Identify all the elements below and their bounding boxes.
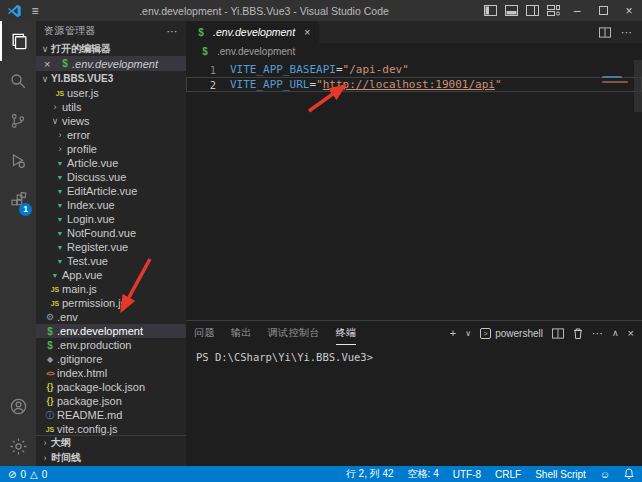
error-count: 0 xyxy=(20,469,26,480)
new-terminal-icon[interactable]: + xyxy=(450,327,456,339)
status-item[interactable]: CRLF xyxy=(495,469,521,480)
panel-tab-item[interactable]: 输出 xyxy=(231,321,252,345)
js-icon: JS xyxy=(48,286,62,293)
file-label: Login.vue xyxy=(67,213,115,225)
vue-icon: ▼ xyxy=(53,258,67,265)
terminal-profile[interactable]: > powershell xyxy=(480,328,543,339)
tree-item-env[interactable]: ⚙.env xyxy=(36,310,186,324)
status-item[interactable]: Shell Script xyxy=(535,469,586,480)
extensions-badge: 1 xyxy=(19,203,32,216)
customize-layout-icon[interactable] xyxy=(543,0,564,21)
file-label: Article.vue xyxy=(67,157,118,169)
menu-icon[interactable]: ≡ xyxy=(22,4,48,18)
tree-item-error[interactable]: ›error xyxy=(36,128,186,142)
tree-item-editarticle-vue[interactable]: ▼EditArticle.vue xyxy=(36,184,186,198)
shell-file-icon: $ xyxy=(198,46,212,57)
tree-item-article-vue[interactable]: ▼Article.vue xyxy=(36,156,186,170)
tree-item-discuss-vue[interactable]: ▼Discuss.vue xyxy=(36,170,186,184)
panel-tab-item[interactable]: 问题 xyxy=(194,321,215,345)
file-label: NotFound.vue xyxy=(67,227,136,239)
folder-c-icon: › xyxy=(48,102,62,112)
editor-more-icon[interactable]: ⋯ xyxy=(621,26,632,39)
tree-item-env-development[interactable]: $.env.development xyxy=(36,324,186,338)
tab-label: .env.development xyxy=(213,26,295,38)
feedback-icon[interactable]: ☺ xyxy=(600,469,610,480)
code-line-1[interactable]: 1VITE_APP_BASEAPI="/api-dev" xyxy=(186,62,642,77)
tree-item-test-vue[interactable]: ▼Test.vue xyxy=(36,254,186,268)
tree-item-register-vue[interactable]: ▼Register.vue xyxy=(36,240,186,254)
terminal-output[interactable]: PS D:\CSharp\Yi\Yi.BBS.Vue3> xyxy=(186,345,642,466)
status-item[interactable]: 空格: 4 xyxy=(408,467,439,481)
kill-terminal-icon[interactable] xyxy=(573,328,583,339)
terminal-dropdown-icon[interactable]: ∨ xyxy=(465,329,471,338)
tree-item-views[interactable]: ∨views xyxy=(36,114,186,128)
tree-item-index-html[interactable]: <>index.html xyxy=(36,366,186,380)
code-line-2[interactable]: 2VITE_APP_URL="http://localhost:19001/ap… xyxy=(186,77,642,92)
toggle-sidebar-icon[interactable] xyxy=(480,0,501,21)
extensions-icon[interactable]: 1 xyxy=(0,181,36,221)
breadcrumb[interactable]: $ .env.development xyxy=(186,43,642,60)
outline-section[interactable]: › 大纲 xyxy=(36,436,186,451)
tree-item-gitignore[interactable]: ◆.gitignore xyxy=(36,352,186,366)
timeline-section[interactable]: › 时间线 xyxy=(36,451,186,466)
url-link[interactable]: http://localhost:19001/api xyxy=(323,78,495,91)
panel-tab-item[interactable]: 调试控制台 xyxy=(268,321,320,345)
vue-icon: ▼ xyxy=(53,160,67,167)
open-editors-section[interactable]: ∨ 打开的编辑器 xyxy=(36,41,186,56)
maximize-icon[interactable] xyxy=(590,0,616,21)
split-terminal-icon[interactable] xyxy=(552,328,564,339)
panel-tabs: 问题输出调试控制台终端 xyxy=(194,321,372,345)
tree-item-main-js[interactable]: JSmain.js xyxy=(36,282,186,296)
html-icon: <> xyxy=(43,369,57,378)
close-panel-icon[interactable]: × xyxy=(628,327,634,339)
settings-gear-icon[interactable] xyxy=(0,426,36,466)
status-item[interactable]: 行 2, 列 42 xyxy=(346,467,394,481)
tree-item-index-vue[interactable]: ▼Index.vue xyxy=(36,198,186,212)
panel-more-icon[interactable]: ⋯ xyxy=(592,327,603,340)
status-item[interactable]: UTF-8 xyxy=(453,469,481,480)
panel-tab-terminal-active[interactable]: 终端 xyxy=(336,321,357,345)
tree-item-env-production[interactable]: $.env.production xyxy=(36,338,186,352)
tree-item-utils[interactable]: ›utils xyxy=(36,100,186,114)
tree-item-notfound-vue[interactable]: ▼NotFound.vue xyxy=(36,226,186,240)
tab-env-development[interactable]: $ .env.development × xyxy=(186,21,319,43)
folder-c-icon: › xyxy=(53,130,67,140)
toggle-panel-icon[interactable] xyxy=(501,0,522,21)
sidebar-more-icon[interactable]: ⋯ xyxy=(167,25,178,38)
file-label: vite.config.js xyxy=(57,423,118,435)
project-label: YI.BBS.VUE3 xyxy=(51,73,113,84)
explorer-icon[interactable] xyxy=(0,21,36,61)
tree-item-app-vue[interactable]: ▼App.vue xyxy=(36,268,186,282)
tree-item-permission-js[interactable]: JSpermission.js xyxy=(36,296,186,310)
tree-item-package-lock-json[interactable]: {}package-lock.json xyxy=(36,380,186,394)
open-editor-item[interactable]: × $ .env.development xyxy=(36,56,186,71)
editor-actions: ⋯ xyxy=(599,21,642,43)
close-window-icon[interactable]: × xyxy=(616,0,642,21)
close-tab-icon[interactable]: × xyxy=(304,26,310,38)
file-label: .env xyxy=(57,311,78,323)
file-label: package.json xyxy=(57,395,122,407)
minimap[interactable] xyxy=(600,60,634,320)
code-editor[interactable]: 1VITE_APP_BASEAPI="/api-dev"2VITE_APP_UR… xyxy=(186,60,642,320)
tree-item-readme-md[interactable]: ⓘREADME.md xyxy=(36,408,186,422)
tree-item-profile[interactable]: ›profile xyxy=(36,142,186,156)
minimize-icon[interactable]: – xyxy=(564,0,590,21)
json-icon: {} xyxy=(43,382,57,392)
close-editor-icon[interactable]: × xyxy=(44,58,58,70)
run-debug-icon[interactable] xyxy=(0,141,36,181)
notifications-bell-icon[interactable] xyxy=(624,468,634,481)
problems-status[interactable]: ⊘ 0 △ 0 xyxy=(8,469,47,480)
vue-icon: ▼ xyxy=(53,174,67,181)
split-editor-icon[interactable] xyxy=(599,27,611,38)
toggle-secondary-sidebar-icon[interactable] xyxy=(522,0,543,21)
tree-item-user-js[interactable]: JSuser.js xyxy=(36,86,186,100)
search-icon[interactable] xyxy=(0,61,36,101)
account-icon[interactable] xyxy=(0,386,36,426)
tree-item-vite-config-js[interactable]: JSvite.config.js xyxy=(36,422,186,435)
tree-item-login-vue[interactable]: ▼Login.vue xyxy=(36,212,186,226)
editor-scrollbar[interactable] xyxy=(634,60,642,112)
maximize-panel-icon[interactable]: ∧ xyxy=(612,328,619,338)
tree-item-package-json[interactable]: {}package.json xyxy=(36,394,186,408)
project-section[interactable]: ∨ YI.BBS.VUE3 xyxy=(36,71,186,86)
source-control-icon[interactable] xyxy=(0,101,36,141)
